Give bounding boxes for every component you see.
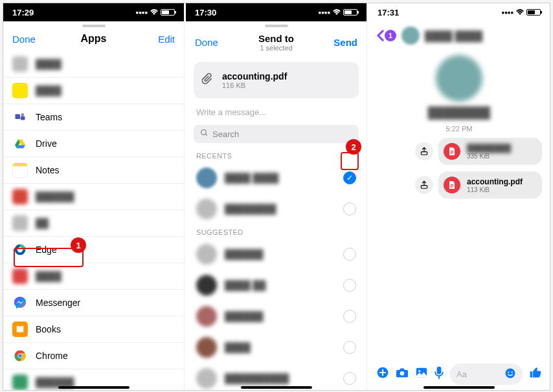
signal-icon: ▪▪▪▪ <box>136 8 148 17</box>
wifi-icon <box>332 8 341 17</box>
attachment-info: accounting.pdf 116 KB <box>222 71 287 89</box>
app-row-edge[interactable]: Edge <box>3 237 184 263</box>
chat-body: ████████ 5:22 PM ████████ 335 KiB <box>368 50 550 204</box>
contact-name: ████ ████ <box>225 173 335 183</box>
forward-button[interactable] <box>415 142 433 160</box>
app-icon <box>12 56 28 72</box>
radio-unchecked[interactable] <box>343 310 356 323</box>
file-bubble[interactable]: ████████ 335 KiB <box>438 138 542 165</box>
app-row-teams[interactable]: Teams <box>3 104 184 131</box>
svg-point-19 <box>400 371 405 376</box>
forward-button[interactable] <box>415 176 433 194</box>
nav-subtitle: 1 selected <box>260 44 292 52</box>
document-icon <box>444 177 460 193</box>
app-row[interactable]: ████ <box>3 263 184 290</box>
document-icon <box>444 143 460 160</box>
profile-avatar[interactable] <box>436 55 482 102</box>
app-label: Messenger <box>36 298 80 308</box>
notes-icon <box>12 162 28 178</box>
app-label: ████ <box>36 59 62 69</box>
app-row-drive[interactable]: Drive <box>3 131 184 157</box>
contact-name: ████████ <box>225 204 335 214</box>
send-button[interactable]: Send <box>325 37 357 48</box>
sheet-grabber[interactable] <box>186 23 367 29</box>
gallery-icon[interactable] <box>415 367 428 382</box>
attachment-card[interactable]: accounting.pdf 116 KB <box>194 62 359 98</box>
back-button[interactable]: 1 <box>376 30 396 41</box>
app-label: Notes <box>36 165 60 175</box>
radio-unchecked[interactable] <box>343 248 356 261</box>
app-icon <box>12 375 28 390</box>
contact-name: ████ <box>225 342 335 353</box>
svg-rect-2 <box>21 116 25 120</box>
radio-unchecked[interactable] <box>343 279 356 292</box>
screen-share-sheet-apps: 17:29 ▪▪▪▪ Done Apps Edit ████ ████ Team… <box>3 3 185 390</box>
status-time: 17:31 <box>378 8 399 17</box>
svg-rect-10 <box>421 152 427 155</box>
app-row[interactable]: ████ <box>3 78 184 104</box>
done-button[interactable]: Done <box>12 34 45 45</box>
contact-row[interactable]: ████ <box>186 332 367 363</box>
contact-row[interactable]: ████████ <box>186 193 367 224</box>
app-label: Drive <box>36 138 57 149</box>
contact-name: ██████ <box>225 249 335 259</box>
microphone-icon[interactable] <box>435 366 444 382</box>
home-indicator[interactable] <box>58 386 130 389</box>
emoji-icon[interactable] <box>504 367 516 381</box>
avatar <box>196 306 217 327</box>
status-icons: ▪▪▪▪ <box>502 8 541 17</box>
svg-point-21 <box>418 370 420 372</box>
app-row[interactable]: ██████ <box>3 184 184 210</box>
camera-icon[interactable] <box>396 367 409 382</box>
app-label: Teams <box>36 112 62 122</box>
app-row-books[interactable]: Books <box>3 316 184 343</box>
app-row-messenger[interactable]: Messenger <box>3 290 184 316</box>
radio-unchecked[interactable] <box>343 202 356 215</box>
contact-row[interactable]: ████ ██ <box>186 270 367 301</box>
contact-row[interactable]: ██████ <box>186 239 367 270</box>
sheet-grabber[interactable] <box>3 23 184 29</box>
home-indicator[interactable] <box>423 386 495 389</box>
chat-header: 1 ████ ████ <box>368 21 550 50</box>
header-avatar[interactable] <box>401 27 420 45</box>
svg-rect-17 <box>451 187 453 188</box>
radio-unchecked[interactable] <box>343 372 356 385</box>
radio-checked[interactable]: ✓ <box>343 171 356 184</box>
screen-messenger-chat: 17:31 ▪▪▪▪ 1 ████ ████ ████████ 5:22 PM <box>368 3 550 390</box>
unread-badge: 1 <box>385 30 396 41</box>
message-input[interactable]: Write a message... <box>186 102 367 122</box>
svg-point-8 <box>201 130 207 135</box>
edit-button[interactable]: Edit <box>142 34 175 45</box>
file-size: 335 KiB <box>467 153 511 160</box>
app-row-chrome[interactable]: Chrome <box>3 343 184 369</box>
attachment-size: 116 KB <box>222 82 287 89</box>
app-icon <box>12 268 28 284</box>
app-icon <box>12 215 28 231</box>
status-bar: 17:30 ▪▪▪▪ <box>186 3 367 21</box>
file-bubble[interactable]: accounting.pdf 113 KiB <box>438 171 542 199</box>
chrome-icon <box>12 348 28 364</box>
battery-icon <box>526 9 541 16</box>
app-row[interactable]: ████ <box>3 51 184 78</box>
file-info: ████████ 335 KiB <box>467 144 511 160</box>
drive-icon <box>12 136 28 151</box>
contact-row[interactable]: ██████ <box>186 301 367 332</box>
chat-input-bar: Aa <box>368 364 550 385</box>
home-indicator[interactable] <box>241 386 312 389</box>
app-label: ████ <box>36 271 62 281</box>
plus-icon[interactable] <box>376 366 389 382</box>
search-field[interactable]: Search <box>194 125 359 143</box>
message-field[interactable]: Aa <box>450 364 523 385</box>
svg-rect-14 <box>421 186 427 189</box>
status-time: 17:30 <box>195 8 216 17</box>
contact-row[interactable]: ████ ████ ✓ <box>186 162 367 193</box>
app-row[interactable]: ██ <box>3 210 184 237</box>
done-button[interactable]: Done <box>195 37 227 48</box>
chat-title[interactable]: ████ ████ <box>425 30 482 41</box>
thumbs-up-icon[interactable] <box>529 366 542 382</box>
app-row-notes[interactable]: Notes <box>3 157 184 184</box>
paperclip-icon <box>201 73 213 88</box>
svg-point-24 <box>508 371 509 373</box>
radio-unchecked[interactable] <box>343 341 356 354</box>
status-time: 17:29 <box>12 8 34 17</box>
